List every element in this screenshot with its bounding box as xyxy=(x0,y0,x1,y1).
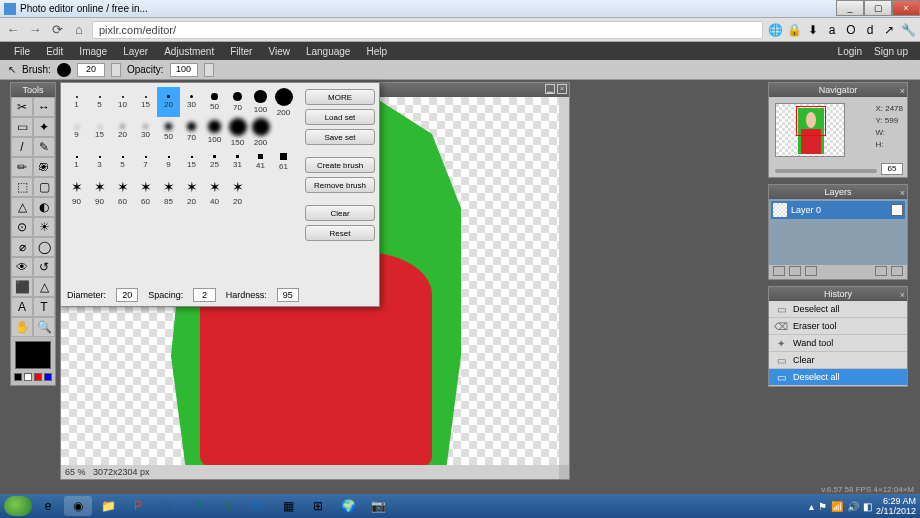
back-button[interactable]: ← xyxy=(4,21,22,39)
history-close-icon[interactable]: × xyxy=(900,288,905,302)
layer-row[interactable]: Layer 0 xyxy=(771,201,905,219)
tool-13[interactable]: ☀ xyxy=(33,217,55,237)
brush-preset-2-7[interactable]: 31 xyxy=(226,147,249,177)
brush-preset-1-2[interactable]: 20 xyxy=(111,117,134,147)
tool-9[interactable]: ▢ xyxy=(33,177,55,197)
layer-btn-2[interactable] xyxy=(789,266,801,276)
tray-app-icon[interactable]: ◧ xyxy=(863,501,872,512)
layer-visibility-checkbox[interactable] xyxy=(891,204,903,216)
menu-file[interactable]: File xyxy=(6,46,38,57)
brush-preset-0-5[interactable]: 30 xyxy=(180,87,203,117)
extension-icon-6[interactable]: ↗ xyxy=(881,22,897,38)
tool-5[interactable]: ✎ xyxy=(33,137,55,157)
tool-19[interactable]: △ xyxy=(33,277,55,297)
extension-icon-1[interactable]: 🔒 xyxy=(786,22,802,38)
brush-preset-0-8[interactable]: 100 xyxy=(249,87,272,117)
extension-icon-4[interactable]: O xyxy=(843,22,859,38)
taskbar-outlook-icon[interactable]: O xyxy=(244,496,272,516)
hardness-field[interactable]: 95 xyxy=(277,288,299,302)
brush-dropdown[interactable] xyxy=(111,63,121,77)
taskbar-ie-icon[interactable]: e xyxy=(34,496,62,516)
tool-8[interactable]: ⬚ xyxy=(11,177,33,197)
taskbar-app4-icon[interactable]: 📷 xyxy=(364,496,392,516)
tool-12[interactable]: ⊙ xyxy=(11,217,33,237)
tool-17[interactable]: ↺ xyxy=(33,257,55,277)
reload-button[interactable]: ⟳ xyxy=(48,21,66,39)
tool-18[interactable]: ⬛ xyxy=(11,277,33,297)
opacity-field[interactable]: 100 xyxy=(170,63,198,77)
brush-preset-2-8[interactable]: 41 xyxy=(249,147,272,177)
home-button[interactable]: ⌂ xyxy=(70,21,88,39)
brush-save-set-button[interactable]: Save set xyxy=(305,129,375,145)
brush-preset-3-1[interactable]: ✶90 xyxy=(88,177,111,207)
menu-filter[interactable]: Filter xyxy=(222,46,260,57)
window-close-button[interactable]: × xyxy=(892,0,920,16)
taskbar-word-icon[interactable]: W xyxy=(154,496,182,516)
tool-4[interactable]: / xyxy=(11,137,33,157)
tool-15[interactable]: ◯ xyxy=(33,237,55,257)
navigator-zoom-slider[interactable] xyxy=(775,169,877,173)
preset-red[interactable] xyxy=(34,373,42,381)
brush-preset-2-3[interactable]: 7 xyxy=(134,147,157,177)
forward-button[interactable]: → xyxy=(26,21,44,39)
brush-preset-1-7[interactable]: 150 xyxy=(226,117,249,147)
brush-preset-0-6[interactable]: 50 xyxy=(203,87,226,117)
navigator-close-icon[interactable]: × xyxy=(900,84,905,98)
brush-preset-0-2[interactable]: 10 xyxy=(111,87,134,117)
tool-7[interactable]: ֍ xyxy=(33,157,55,177)
menu-layer[interactable]: Layer xyxy=(115,46,156,57)
extension-icon-0[interactable]: 🌐 xyxy=(767,22,783,38)
canvas-min-button[interactable]: ▁ xyxy=(545,84,555,94)
tray-network-icon[interactable]: 📶 xyxy=(831,501,843,512)
brush-preset-0-4[interactable]: 20 xyxy=(157,87,180,117)
brush-preset-0-0[interactable]: 1 xyxy=(65,87,88,117)
brush-preset-3-2[interactable]: ✶60 xyxy=(111,177,134,207)
layer-btn-4[interactable] xyxy=(875,266,887,276)
brush-preset-2-5[interactable]: 15 xyxy=(180,147,203,177)
start-button[interactable] xyxy=(4,496,32,516)
navigator-thumbnail[interactable] xyxy=(775,103,845,157)
tool-1[interactable]: ↔ xyxy=(33,97,55,117)
tool-3[interactable]: ✦ xyxy=(33,117,55,137)
tool-2[interactable]: ▭ xyxy=(11,117,33,137)
taskbar-powerpoint-icon[interactable]: P xyxy=(124,496,152,516)
brush-more-button[interactable]: MORE xyxy=(305,89,375,105)
canvas-scroll-v[interactable] xyxy=(559,97,569,465)
brush-preset-2-6[interactable]: 25 xyxy=(203,147,226,177)
brush-preset-2-0[interactable]: 1 xyxy=(65,147,88,177)
taskbar-publisher-icon[interactable]: P xyxy=(184,496,212,516)
extension-icon-2[interactable]: ⬇ xyxy=(805,22,821,38)
brush-clear-button[interactable]: Clear xyxy=(305,205,375,221)
opacity-dropdown[interactable] xyxy=(204,63,214,77)
brush-reset-button[interactable]: Reset xyxy=(305,225,375,241)
extension-icon-3[interactable]: a xyxy=(824,22,840,38)
preset-black[interactable] xyxy=(14,373,22,381)
brush-preset-1-6[interactable]: 100 xyxy=(203,117,226,147)
tool-11[interactable]: ◐ xyxy=(33,197,55,217)
menu-adjustment[interactable]: Adjustment xyxy=(156,46,222,57)
menu-view[interactable]: View xyxy=(260,46,298,57)
brush-preset-0-3[interactable]: 15 xyxy=(134,87,157,117)
brush-load-set-button[interactable]: Load set xyxy=(305,109,375,125)
tool-14[interactable]: ⌀ xyxy=(11,237,33,257)
brush-remove-brush-button[interactable]: Remove brush xyxy=(305,177,375,193)
brush-preset-3-6[interactable]: ✶40 xyxy=(203,177,226,207)
menu-edit[interactable]: Edit xyxy=(38,46,71,57)
history-item-2[interactable]: ✦Wand tool xyxy=(769,335,907,352)
window-max-button[interactable]: ▢ xyxy=(864,0,892,16)
history-item-1[interactable]: ⌫Eraser tool xyxy=(769,318,907,335)
taskbar-app2-icon[interactable]: ⊞ xyxy=(304,496,332,516)
tray-flag-icon[interactable]: ⚑ xyxy=(818,501,827,512)
menu-language[interactable]: Language xyxy=(298,46,359,57)
brush-preset-1-3[interactable]: 30 xyxy=(134,117,157,147)
clock[interactable]: 6:29 AM 2/11/2012 xyxy=(876,496,916,516)
tool-20[interactable]: A xyxy=(11,297,33,317)
navigator-viewport[interactable] xyxy=(796,106,826,136)
brush-preset-0-7[interactable]: 70 xyxy=(226,87,249,117)
spacing-field[interactable]: 2 xyxy=(193,288,215,302)
canvas-close-button[interactable]: × xyxy=(557,84,567,94)
brush-preset-3-4[interactable]: ✶85 xyxy=(157,177,180,207)
brush-preset-1-5[interactable]: 70 xyxy=(180,117,203,147)
taskbar-excel-icon[interactable]: X xyxy=(214,496,242,516)
layer-btn-3[interactable] xyxy=(805,266,817,276)
